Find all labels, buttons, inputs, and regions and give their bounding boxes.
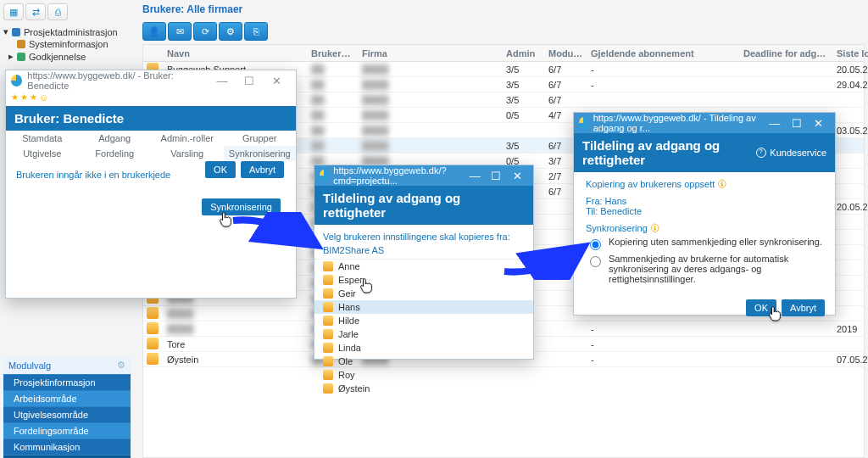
close-icon[interactable]: ✕ [507, 170, 528, 182]
cancel-button[interactable]: Avbryt [782, 299, 825, 316]
tab-fordeling[interactable]: Fordeling [79, 146, 152, 161]
module-title: Modulvalg [8, 360, 51, 371]
ok-button[interactable]: OK [205, 161, 236, 178]
ok-button[interactable]: OK [746, 299, 776, 316]
user-icon [323, 329, 333, 339]
main-btn-3[interactable]: ⟳ [193, 22, 217, 41]
close-icon[interactable]: ✕ [264, 75, 291, 87]
tab-adminroller[interactable]: Admin.-roller [151, 131, 224, 146]
ie-icon [579, 117, 588, 129]
help-icon [756, 148, 766, 158]
dialog-assign-rights: https://www.byggeweb.dk/ - Tildeling av … [573, 112, 836, 316]
user-icon [323, 261, 333, 271]
module-item[interactable]: Arbeidsområde [3, 390, 131, 406]
from-label: Fra: Hans [586, 196, 823, 206]
main-btn-5[interactable]: ⎘ [244, 22, 268, 41]
tab-grupper[interactable]: Grupper [224, 131, 297, 146]
main-btn-1[interactable]: 👤 [142, 22, 166, 41]
th-firm[interactable]: Firma [359, 48, 503, 59]
list-item[interactable]: Anne [314, 260, 533, 273]
cancel-button[interactable]: Avbryt [241, 161, 284, 178]
radio-copy[interactable] [590, 239, 601, 250]
dialog-user: https://www.byggeweb.dk/ - Bruker: Bened… [5, 70, 297, 299]
module-item[interactable]: Fordelingsområde [3, 422, 131, 438]
kundeservice-link[interactable]: Kundeservice [756, 148, 826, 158]
tool-btn-2[interactable]: ⇄ [25, 3, 46, 20]
list-item[interactable]: Hilde [314, 314, 533, 327]
module-header[interactable]: Modulvalg⚙ [3, 356, 131, 374]
dlg2-subtitle: Velg brukeren innstillingene skal kopier… [314, 225, 533, 245]
th-lastlogin[interactable]: Siste logg inn [833, 48, 868, 59]
dlg1-tabs-row1: Stamdata Adgang Admin.-roller Grupper [6, 131, 296, 146]
module-item[interactable]: Prosjektadministrasjon [3, 455, 131, 458]
main-btn-4[interactable]: ⚙ [219, 22, 242, 41]
star-icon[interactable]: ★ [20, 92, 28, 104]
synkronisering-button[interactable]: Synkronisering [202, 198, 281, 215]
module-selector: Modulvalg⚙ ProsjektinformasjonArbeidsomr… [3, 356, 131, 458]
th-admin[interactable]: Admin [503, 48, 545, 59]
tab-stamdata[interactable]: Stamdata [6, 131, 79, 146]
radio-label: Kopiering uten sammenkjeding eller synkr… [609, 237, 822, 247]
sidebar-toolbar: ▦ ⇄ ⎙ [3, 3, 68, 20]
th-usernum[interactable]: Brukernum... [308, 48, 359, 59]
user-icon [323, 356, 333, 366]
tree-root[interactable]: ▾ Prosjektadministrasjon [3, 25, 131, 38]
star-icon[interactable]: ★ [11, 92, 19, 104]
tab-varsling[interactable]: Varsling [151, 146, 224, 161]
maximize-icon[interactable]: ☐ [786, 117, 808, 130]
tab-adgang[interactable]: Adgang [79, 131, 152, 146]
tab-utgivelse[interactable]: Utgivelse [6, 146, 79, 161]
dlg2-titlebar[interactable]: https://www.byggeweb.dk/?cmd=projectu...… [314, 165, 533, 186]
tree-item-sysinfo[interactable]: Systeminformasjon [3, 38, 131, 50]
radio-option-2[interactable]: Sammenkjeding av brukerne for automatisk… [586, 254, 823, 284]
smiley-icon[interactable]: ☺ [39, 92, 48, 104]
maximize-icon[interactable]: ☐ [236, 75, 263, 87]
dlg2-url: https://www.byggeweb.dk/?cmd=projectu... [333, 165, 464, 186]
th-sub[interactable]: Gjeldende abonnement [587, 48, 740, 59]
list-item[interactable]: Hans [314, 300, 533, 314]
gear-icon[interactable]: ⚙ [117, 360, 125, 371]
help-icon[interactable]: 🛈 [717, 179, 726, 189]
tree-item-godkj[interactable]: ▸ Godkjennelse [3, 50, 131, 63]
minimize-icon[interactable]: — [764, 117, 786, 130]
list-item[interactable]: Linda [314, 341, 533, 355]
user-icon [323, 316, 333, 326]
dlg1-url: https://www.byggeweb.dk/ - Bruker: Bened… [27, 70, 209, 91]
minimize-icon[interactable]: — [465, 170, 486, 182]
list-item[interactable]: Øystein [314, 382, 533, 394]
module-item[interactable]: Utgivelsesområde [3, 406, 131, 422]
th-name[interactable]: Navn [164, 48, 308, 59]
minimize-icon[interactable]: — [209, 75, 236, 87]
dlg1-titlebar[interactable]: https://www.byggeweb.dk/ - Bruker: Bened… [6, 70, 296, 91]
user-icon [323, 383, 333, 394]
th-deadline[interactable]: Deadline for adgang [740, 48, 833, 59]
th-module[interactable]: Modulv... [545, 48, 587, 59]
close-icon[interactable]: ✕ [808, 117, 830, 130]
dlg3-titlebar[interactable]: https://www.byggeweb.dk/ - Tildeling av … [574, 113, 835, 133]
dlg1-favbar: ★ ★ ★ ☺ [6, 91, 296, 106]
table-header: Navn Brukernum... Firma Admin Modulv... … [143, 45, 864, 62]
radio-label: Sammenkjeding av brukerne for automatisk… [609, 254, 823, 284]
synk-label: Synkronisering [586, 223, 648, 233]
radio-link[interactable] [590, 256, 601, 267]
list-item[interactable]: Geir [314, 287, 533, 300]
help-icon[interactable]: 🛈 [650, 223, 659, 233]
module-item[interactable]: Kommunikasjon [3, 438, 131, 455]
star-icon[interactable]: ★ [30, 92, 37, 104]
tool-btn-3[interactable]: ⎙ [47, 3, 68, 20]
maximize-icon[interactable]: ☐ [486, 170, 507, 182]
tool-btn-1[interactable]: ▦ [3, 3, 24, 20]
dialog-select-user: https://www.byggeweb.dk/?cmd=projectu...… [314, 165, 534, 360]
list-item[interactable]: Roy [314, 368, 533, 382]
main-btn-2[interactable]: ✉ [168, 22, 192, 41]
to-label: Til: Benedicte [586, 206, 823, 216]
list-item[interactable]: Jarle [314, 327, 533, 341]
user-list[interactable]: AnneEspenGeirHansHildeJarleLindaOleRoyØy… [314, 259, 533, 394]
module-item[interactable]: Prosjektinformasjon [3, 374, 131, 390]
list-item[interactable]: Ole [314, 355, 533, 368]
list-item[interactable]: Espen [314, 273, 533, 287]
tab-synk[interactable]: Synkronisering [224, 146, 297, 161]
user-icon [323, 343, 333, 353]
tree-item-label: Godkjennelse [29, 52, 86, 62]
radio-option-1[interactable]: Kopiering uten sammenkjeding eller synkr… [586, 237, 823, 250]
